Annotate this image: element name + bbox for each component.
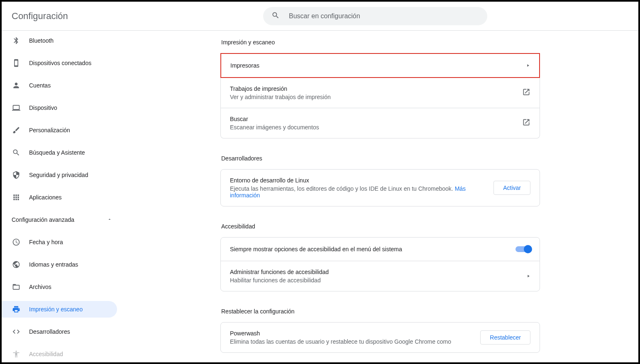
- sidebar-item-applications[interactable]: Aplicaciones: [2, 189, 117, 206]
- header: Configuración: [2, 2, 638, 31]
- print-icon: [12, 305, 21, 314]
- sidebar: Bluetooth Dispositivos conectados Cuenta…: [2, 31, 122, 362]
- sidebar-item-label: Impresión y escaneo: [29, 306, 83, 313]
- search-input[interactable]: [289, 12, 479, 20]
- print-jobs-title: Trabajos de impresión: [230, 85, 522, 92]
- sidebar-item-label: Fecha y hora: [29, 239, 63, 245]
- linux-sub: Ejecuta las herramientas, los editores d…: [230, 185, 487, 199]
- open-external-icon: [522, 88, 530, 98]
- powerwash-row: Powerwash Elimina todas las cuentas de u…: [221, 323, 540, 352]
- phone-icon: [12, 58, 21, 68]
- sidebar-item-security-privacy[interactable]: Seguridad y privacidad: [2, 167, 117, 183]
- brush-icon: [12, 126, 21, 135]
- sidebar-item-bluetooth[interactable]: Bluetooth: [2, 32, 117, 49]
- sidebar-item-files[interactable]: Archivos: [2, 279, 117, 295]
- scan-sub: Escanear imágenes y documentos: [230, 124, 522, 131]
- section-title-dev: Desarrolladores: [220, 155, 540, 162]
- section-title-a11y: Accesibilidad: [220, 223, 540, 230]
- sidebar-item-label: Dispositivo: [29, 104, 57, 111]
- sidebar-advanced-toggle[interactable]: Configuración avanzada: [2, 211, 122, 228]
- linux-row: Entorno de desarrollo de Linux Ejecuta l…: [221, 170, 540, 206]
- section-title-reset: Restablecer la configuración: [220, 308, 540, 315]
- print-jobs-row[interactable]: Trabajos de impresión Ver y administrar …: [221, 78, 540, 108]
- a11y-manage-sub: Habilitar funciones de accesibilidad: [230, 277, 526, 284]
- sidebar-item-label: Bluetooth: [29, 37, 54, 44]
- sidebar-item-accessibility[interactable]: Accesibilidad: [2, 346, 117, 362]
- chevron-right-icon: [526, 62, 530, 69]
- globe-icon: [12, 260, 21, 269]
- sidebar-item-label: Aplicaciones: [29, 194, 62, 201]
- sidebar-item-developers[interactable]: Desarrolladores: [2, 323, 117, 340]
- sidebar-advanced-label: Configuración avanzada: [12, 216, 74, 223]
- shield-icon: [12, 170, 21, 180]
- main-content: Impresión y escaneo Impresoras Trabajos …: [122, 31, 638, 362]
- code-icon: [12, 327, 21, 336]
- sidebar-item-label: Desarrolladores: [29, 328, 70, 335]
- sidebar-item-label: Accesibilidad: [29, 351, 63, 357]
- a11y-manage-title: Administrar funciones de accesibilidad: [230, 269, 526, 275]
- sidebar-item-label: Idiomas y entradas: [29, 261, 78, 268]
- sidebar-item-device[interactable]: Dispositivo: [2, 99, 117, 116]
- printers-row-card: Impresoras: [220, 53, 540, 78]
- linux-title: Entorno de desarrollo de Linux: [230, 177, 487, 184]
- page-title: Configuración: [12, 11, 68, 22]
- a11y-toggle[interactable]: [515, 246, 530, 252]
- open-external-icon: [522, 118, 530, 128]
- print-card-rest: Trabajos de impresión Ver y administrar …: [220, 78, 540, 138]
- a11y-always-show-row[interactable]: Siempre mostrar opciones de accesibilida…: [221, 238, 540, 261]
- sidebar-item-label: Personalización: [29, 127, 70, 133]
- apps-icon: [12, 193, 21, 202]
- search-box[interactable]: [263, 7, 487, 25]
- sidebar-item-connected-devices[interactable]: Dispositivos conectados: [2, 55, 117, 71]
- sidebar-item-personalization[interactable]: Personalización: [2, 122, 117, 138]
- reset-button[interactable]: Restablecer: [480, 330, 530, 345]
- chevron-right-icon: [526, 272, 530, 280]
- folder-icon: [12, 282, 21, 291]
- sidebar-item-languages[interactable]: Idiomas y entradas: [2, 256, 117, 273]
- bluetooth-icon: [12, 36, 21, 45]
- sidebar-item-datetime[interactable]: Fecha y hora: [2, 234, 117, 250]
- reset-card: Powerwash Elimina todas las cuentas de u…: [220, 322, 540, 353]
- a11y-always-show-label: Siempre mostrar opciones de accesibilida…: [230, 246, 515, 252]
- printers-label: Impresoras: [230, 62, 526, 69]
- chevron-up-icon: [107, 216, 112, 223]
- sidebar-item-accounts[interactable]: Cuentas: [2, 77, 117, 94]
- a11y-manage-row[interactable]: Administrar funciones de accesibilidad H…: [221, 261, 540, 291]
- printers-row[interactable]: Impresoras: [221, 54, 539, 77]
- activate-button[interactable]: Activar: [493, 181, 530, 195]
- sidebar-item-label: Cuentas: [29, 82, 51, 89]
- sidebar-item-label: Archivos: [29, 284, 51, 290]
- sidebar-item-print-scan[interactable]: Impresión y escaneo: [2, 301, 117, 318]
- powerwash-title: Powerwash: [230, 330, 474, 337]
- print-jobs-sub: Ver y administrar trabajos de impresión: [230, 94, 522, 100]
- sidebar-item-label: Dispositivos conectados: [29, 60, 91, 66]
- clock-icon: [12, 238, 21, 247]
- laptop-icon: [12, 103, 21, 112]
- scan-row[interactable]: Buscar Escanear imágenes y documentos: [221, 108, 540, 138]
- section-title-print: Impresión y escaneo: [220, 39, 540, 46]
- sidebar-item-label: Búsqueda y Asistente: [29, 149, 85, 156]
- person-icon: [12, 81, 21, 90]
- dev-card: Entorno de desarrollo de Linux Ejecuta l…: [220, 169, 540, 206]
- toggle-knob: [524, 245, 532, 253]
- a11y-card: Siempre mostrar opciones de accesibilida…: [220, 237, 540, 291]
- accessibility-icon: [12, 349, 21, 359]
- powerwash-sub: Elimina todas las cuentas de usuario y r…: [230, 338, 474, 345]
- scan-title: Buscar: [230, 116, 522, 122]
- search-icon: [12, 148, 21, 157]
- search-icon: [271, 11, 289, 21]
- sidebar-item-search-assistant[interactable]: Búsqueda y Asistente: [2, 144, 117, 161]
- sidebar-item-label: Seguridad y privacidad: [29, 172, 88, 178]
